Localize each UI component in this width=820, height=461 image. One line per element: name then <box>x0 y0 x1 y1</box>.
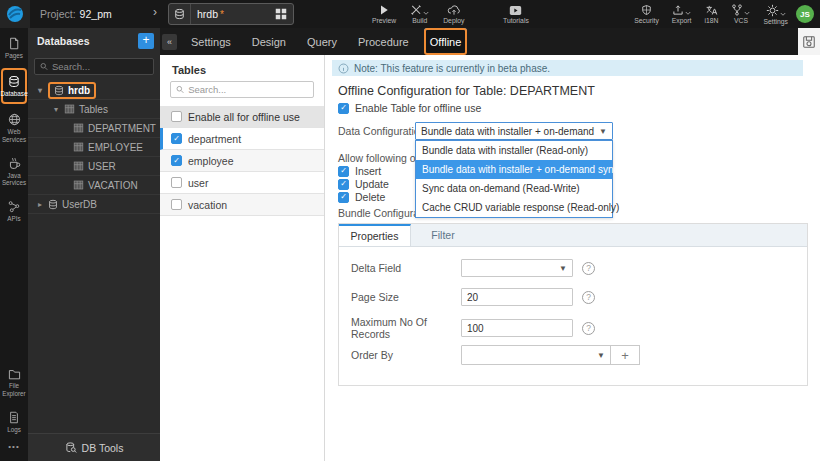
enable-all-label: Enable all for offline use <box>188 111 300 123</box>
max-records-input[interactable] <box>461 319 573 337</box>
deploy-label: Deploy <box>443 17 464 24</box>
tree-node-tables[interactable]: ▾ Tables <box>28 100 160 119</box>
sidebar-item-logs[interactable]: Logs <box>0 406 28 438</box>
vacation-checkbox[interactable] <box>171 199 182 210</box>
security-button[interactable]: Security <box>634 0 659 28</box>
enable-table-row[interactable]: ✓ Enable Table for offline use <box>338 102 481 114</box>
dropdown-option-2[interactable]: Bundle data with installer + on-demand s… <box>416 160 612 179</box>
sidebar-item-apis[interactable]: APIs <box>0 195 28 227</box>
build-button[interactable]: Build <box>410 0 429 28</box>
search-icon <box>176 85 184 94</box>
table-row-label: vacation <box>188 199 227 211</box>
table-row-label: user <box>188 177 208 189</box>
caret-down-icon[interactable]: ▾ <box>52 105 60 114</box>
info-icon <box>338 63 349 74</box>
tab-offline[interactable]: Offline <box>424 28 468 55</box>
sidebar-item-web-services[interactable]: Web Services <box>0 108 28 147</box>
page-size-input[interactable] <box>461 288 573 306</box>
table-row-vacation[interactable]: vacation <box>160 194 324 216</box>
tables-search-input[interactable] <box>188 84 308 95</box>
app-logo[interactable] <box>0 0 30 28</box>
update-checkbox[interactable]: ✓ <box>338 179 349 190</box>
database-search-input[interactable] <box>52 61 148 72</box>
operation-delete[interactable]: ✓ Delete <box>338 191 385 203</box>
db-selector[interactable]: hrdb * <box>168 3 294 25</box>
export-button[interactable]: Export <box>672 0 692 28</box>
databases-label: Databases <box>1 90 28 97</box>
tab-query[interactable]: Query <box>301 28 343 55</box>
table-row-employee[interactable]: ✓ employee <box>160 150 324 172</box>
tab-procedure[interactable]: Procedure <box>352 28 415 55</box>
tree-node-vacation[interactable]: VACATION <box>28 176 160 195</box>
tree-node-userdb[interactable]: ▸ UserDB <box>28 195 160 214</box>
hrdb-annotation-box: hrdb <box>48 82 96 99</box>
log-document-icon <box>8 411 20 424</box>
help-icon[interactable]: ? <box>582 262 595 275</box>
dropdown-option-1[interactable]: Bundle data with installer (Read-only) <box>416 141 612 160</box>
vcs-button[interactable]: VCS <box>731 0 750 28</box>
preview-button[interactable]: Preview <box>372 0 396 28</box>
dropdown-option-3[interactable]: Sync data on-demand (Read-Write) <box>416 179 612 198</box>
database-search[interactable] <box>34 58 154 75</box>
collapse-panel-button[interactable]: « <box>162 34 177 50</box>
tables-search[interactable] <box>170 81 314 98</box>
bundle-tabs: Properties Filter <box>339 224 807 247</box>
enable-all-checkbox[interactable] <box>171 111 182 122</box>
tree-node-employee[interactable]: EMPLOYEE <box>28 138 160 157</box>
operation-update[interactable]: ✓ Update <box>338 178 389 190</box>
db-tools-button[interactable]: DB Tools <box>28 433 160 461</box>
sidebar-item-databases[interactable]: Databases <box>1 68 27 104</box>
i18n-button[interactable]: i18N <box>704 0 718 28</box>
add-database-button[interactable]: + <box>138 33 154 49</box>
tree-node-label: UserDB <box>62 199 97 210</box>
save-button[interactable] <box>798 28 820 55</box>
user-avatar[interactable]: JS <box>796 5 814 23</box>
database-icon <box>54 85 64 96</box>
deploy-button[interactable]: Deploy <box>443 0 464 28</box>
delete-checkbox[interactable]: ✓ <box>338 192 349 203</box>
caret-down-icon[interactable]: ▾ <box>36 86 44 95</box>
settings-button[interactable]: Settings <box>763 0 788 28</box>
tree-node-user[interactable]: USER <box>28 157 160 176</box>
tree-node-hrdb[interactable]: ▾ hrdb <box>28 81 160 100</box>
add-order-by-button[interactable]: + <box>610 345 640 365</box>
database-icon <box>169 4 191 24</box>
enable-all-row[interactable]: Enable all for offline use <box>160 106 324 128</box>
tab-design[interactable]: Design <box>246 28 292 55</box>
dropdown-option-4[interactable]: Cache CRUD variable response (Read-only) <box>416 198 612 217</box>
table-row-user[interactable]: user <box>160 172 324 194</box>
preview-label: Preview <box>372 17 396 24</box>
tutorials-button[interactable]: Tutorials <box>503 0 529 28</box>
grid-view-icon[interactable] <box>269 8 293 20</box>
enable-table-checkbox[interactable]: ✓ <box>338 103 349 114</box>
delta-field-select[interactable]: ▼ <box>461 259 573 277</box>
wavemaker-logo-icon <box>6 5 24 23</box>
help-icon[interactable]: ? <box>582 291 595 304</box>
sidebar-item-pages[interactable]: Pages <box>0 32 28 64</box>
service-tab-bar: « Settings Design Query Procedure Offlin… <box>160 28 798 55</box>
page-title: Offline Configuration for Table: DEPARTM… <box>338 84 595 98</box>
data-config-select[interactable]: Bundle data with installer + on-demand s… <box>415 122 613 140</box>
db-tools-label: DB Tools <box>82 442 124 454</box>
tab-filter[interactable]: Filter <box>411 224 475 246</box>
employee-checkbox[interactable]: ✓ <box>171 155 182 166</box>
tab-settings[interactable]: Settings <box>185 28 237 55</box>
tab-properties[interactable]: Properties <box>339 224 411 246</box>
order-by-select[interactable]: ▼ <box>461 345 611 365</box>
sidebar-item-file-explorer[interactable]: File Explorer <box>0 364 28 401</box>
help-icon[interactable]: ? <box>582 322 595 335</box>
user-checkbox[interactable] <box>171 177 182 188</box>
caret-right-icon[interactable]: ▸ <box>36 200 44 209</box>
max-records-label: Maximum No Of Records <box>351 316 461 340</box>
sidebar-item-java-services[interactable]: Java Services <box>0 152 28 191</box>
insert-checkbox[interactable]: ✓ <box>338 166 349 177</box>
department-checkbox[interactable]: ✓ <box>171 133 182 144</box>
table-row-department[interactable]: ✓ department <box>160 128 324 150</box>
vcs-label: VCS <box>734 17 748 24</box>
search-icon <box>40 62 48 71</box>
more-options-icon[interactable]: ••• <box>0 442 28 451</box>
tree-node-department[interactable]: DEPARTMENT <box>28 119 160 138</box>
project-name: Project: 92_pm <box>40 0 112 28</box>
caret-down-icon: ▼ <box>597 351 605 360</box>
operation-insert[interactable]: ✓ Insert <box>338 165 381 177</box>
